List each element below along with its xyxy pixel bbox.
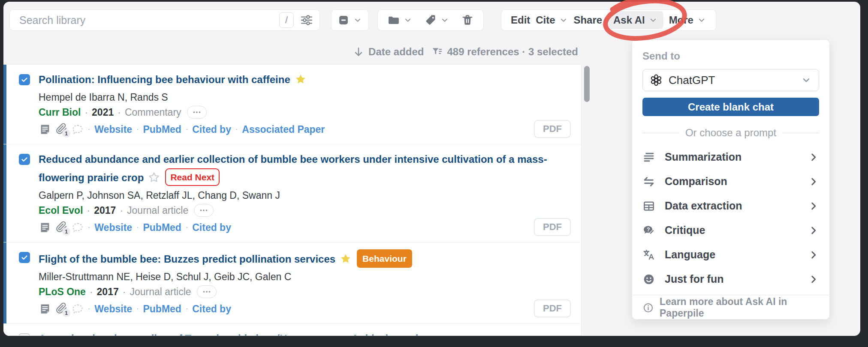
reference-link-cited-by[interactable]: Cited by bbox=[192, 222, 231, 233]
summary-lines-icon bbox=[642, 151, 655, 164]
reference-checkbox[interactable] bbox=[19, 154, 30, 165]
reference-title[interactable]: Pollination: Influencing bee behaviour w… bbox=[39, 74, 290, 85]
ask-ai-button[interactable]: Ask AI bbox=[608, 11, 663, 29]
journal-name[interactable]: Ecol Evol bbox=[39, 203, 83, 217]
attachment-indicator[interactable]: 1 bbox=[56, 302, 67, 316]
cite-button[interactable]: Cite bbox=[536, 14, 568, 26]
separator-dot: · bbox=[88, 305, 90, 313]
chevron-down-icon bbox=[559, 15, 568, 25]
separator-dot: · bbox=[136, 224, 139, 231]
reference-title[interactable]: Flight of the bumble bee: Buzzes predict… bbox=[39, 253, 335, 265]
prompt-item-summarization[interactable]: Summarization bbox=[642, 145, 819, 169]
prompt-item-data-extraction[interactable]: Data extraction bbox=[642, 194, 819, 218]
prompt-item-label: Just for fun bbox=[665, 273, 799, 285]
table-grid-icon bbox=[642, 200, 655, 212]
provider-select[interactable]: ChatGPT bbox=[642, 69, 819, 91]
slash-shortcut-badge: / bbox=[279, 12, 294, 28]
reference-link-cited-by[interactable]: Cited by bbox=[192, 303, 231, 315]
chevron-right-icon bbox=[808, 176, 819, 187]
chevron-right-icon bbox=[808, 152, 819, 163]
info-icon bbox=[642, 302, 654, 314]
filter-sliders-icon[interactable] bbox=[300, 13, 313, 27]
prompt-item-just-for-fun[interactable]: Just for fun bbox=[642, 267, 819, 291]
sort-arrow-down-icon[interactable] bbox=[353, 46, 364, 57]
journal-name[interactable]: Curr Biol bbox=[39, 105, 81, 119]
more-options-button[interactable] bbox=[187, 106, 207, 119]
read-next-badge[interactable]: Read Next bbox=[165, 168, 220, 186]
create-blank-chat-button[interactable]: Create blank chat bbox=[642, 98, 819, 116]
sort-by-label[interactable]: Date added bbox=[368, 46, 424, 58]
share-button[interactable]: Share bbox=[573, 14, 602, 26]
comment-icon[interactable] bbox=[72, 303, 84, 315]
reference-row[interactable]: Pollination: Influencing bee behaviour w… bbox=[3, 65, 581, 144]
reference-title[interactable]: Reduced abundance and earlier collection… bbox=[39, 153, 547, 183]
reference-link-website[interactable]: Website bbox=[94, 124, 132, 135]
reference-title-line: Reduced abundance and earlier collection… bbox=[39, 151, 564, 187]
separator-dot: · bbox=[136, 305, 139, 313]
star-outline-icon[interactable] bbox=[148, 171, 160, 183]
folder-button[interactable] bbox=[387, 14, 413, 27]
prompt-item-critique[interactable]: ?Critique bbox=[642, 218, 819, 242]
separator-dot: · bbox=[123, 285, 126, 299]
comment-icon[interactable] bbox=[72, 221, 84, 233]
select-all-checkbox-icon[interactable] bbox=[338, 14, 350, 26]
prompt-item-label: Data extraction bbox=[665, 200, 799, 212]
star-filled-icon[interactable] bbox=[340, 253, 352, 265]
more-button[interactable]: More bbox=[669, 14, 706, 26]
reference-title[interactable]: An updated understanding of Texas bumble… bbox=[39, 333, 478, 336]
reference-checkbox[interactable] bbox=[19, 252, 30, 263]
attachment-indicator[interactable]: 1 bbox=[56, 123, 67, 136]
reference-link-pubmed[interactable]: PubMed bbox=[143, 124, 181, 135]
reference-row[interactable]: An updated understanding of Texas bumble… bbox=[3, 324, 581, 336]
pdf-button[interactable]: PDF bbox=[534, 120, 571, 138]
reference-link-website[interactable]: Website bbox=[94, 303, 132, 315]
reference-link-pubmed[interactable]: PubMed bbox=[143, 222, 181, 233]
search-input[interactable] bbox=[18, 14, 279, 27]
note-icon[interactable] bbox=[39, 123, 51, 136]
attachment-indicator[interactable]: 1 bbox=[56, 221, 67, 234]
prompt-divider: Or choose a prompt bbox=[642, 127, 819, 139]
reference-link-pubmed[interactable]: PubMed bbox=[143, 303, 181, 315]
reference-link-cited-by[interactable]: Cited by bbox=[192, 124, 231, 135]
edit-button[interactable]: Edit bbox=[511, 14, 530, 26]
chevron-down-icon bbox=[697, 15, 706, 25]
scrollbar[interactable] bbox=[584, 65, 590, 335]
label-button[interactable] bbox=[424, 14, 449, 27]
pdf-button[interactable]: PDF bbox=[534, 299, 571, 317]
check-icon bbox=[20, 155, 29, 164]
reference-checkbox[interactable] bbox=[19, 333, 30, 336]
check-icon bbox=[20, 253, 29, 262]
reference-authors: Hempel de Ibarra N, Rands S bbox=[39, 91, 564, 104]
more-options-button[interactable] bbox=[194, 204, 214, 217]
note-icon[interactable] bbox=[39, 302, 51, 315]
trash-button[interactable] bbox=[461, 14, 474, 27]
note-icon[interactable] bbox=[39, 221, 51, 234]
separator-dot: · bbox=[88, 126, 90, 133]
learn-more-link[interactable]: Learn more about Ask AI in Paperpile bbox=[642, 295, 819, 320]
selection-toolbar-group bbox=[331, 9, 369, 31]
prompt-divider-label: Or choose a prompt bbox=[685, 127, 776, 139]
reference-row[interactable]: Reduced abundance and earlier collection… bbox=[3, 144, 581, 242]
prompt-item-language[interactable]: Language bbox=[642, 242, 819, 267]
chevron-right-icon bbox=[808, 274, 819, 285]
star-filled-icon[interactable] bbox=[295, 73, 307, 85]
reference-row[interactable]: Flight of the bumble bee: Buzzes predict… bbox=[3, 242, 581, 324]
scrollbar-thumb[interactable] bbox=[584, 66, 590, 102]
comment-icon[interactable] bbox=[72, 123, 84, 135]
separator-dot: · bbox=[87, 203, 90, 217]
filter-funnel-icon[interactable] bbox=[431, 46, 443, 57]
prompt-item-comparison[interactable]: Comparison bbox=[642, 169, 819, 194]
chevron-down-icon[interactable] bbox=[353, 15, 362, 25]
journal-name[interactable]: PLoS One bbox=[39, 285, 86, 299]
chevron-down-icon bbox=[648, 15, 658, 25]
pdf-button[interactable]: PDF bbox=[534, 218, 571, 236]
topic-label-badge[interactable]: Behaviour bbox=[357, 249, 412, 268]
publication-year: 2017 bbox=[94, 203, 116, 217]
search-box[interactable]: / bbox=[9, 9, 320, 31]
reference-link-website[interactable]: Website bbox=[94, 222, 132, 233]
reference-main: Pollination: Influencing bee behaviour w… bbox=[39, 72, 564, 137]
more-options-button[interactable] bbox=[197, 285, 217, 298]
reference-link-associated-paper[interactable]: Associated Paper bbox=[242, 124, 325, 135]
reference-checkbox[interactable] bbox=[19, 74, 30, 85]
svg-text:?: ? bbox=[647, 227, 650, 233]
